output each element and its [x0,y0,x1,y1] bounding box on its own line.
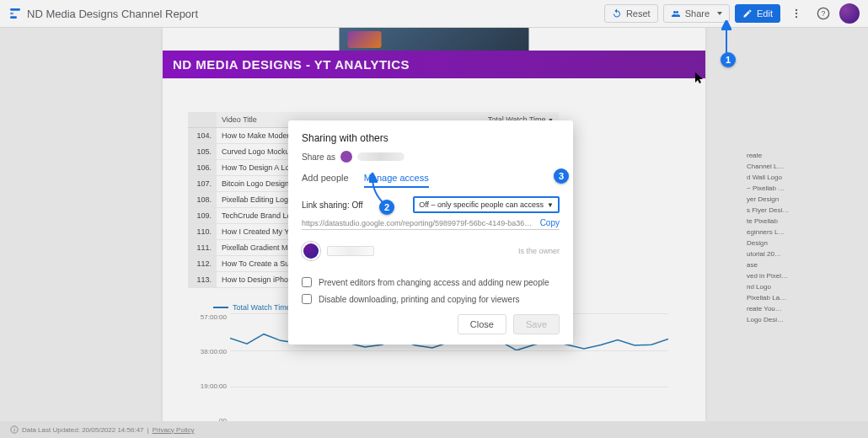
share-dialog: Sharing with others Share as Add people … [288,120,573,345]
callout-2: 2 [379,200,394,215]
more-menu-button[interactable] [785,3,807,24]
side-list-item: ~ Pixellab … [747,183,865,194]
svg-rect-2 [10,8,20,11]
side-list-item: te Pixellab [747,216,865,227]
report-title: ND Media Designs Channel Report [27,8,198,20]
callout-1: 1 [721,52,736,67]
row-index: 113. [188,272,217,288]
side-list-item: Pixellab La… [747,292,865,303]
svg-rect-0 [10,13,13,15]
side-list-item: ase [747,259,865,270]
datastudio-logo-icon [8,7,22,20]
chevron-down-icon: ▼ [547,201,554,209]
share-label: Share [685,8,710,19]
link-sharing-select[interactable]: Off – only specific people can access ▼ [413,196,560,213]
edit-button[interactable]: Edit [735,4,780,23]
edit-label: Edit [757,8,773,19]
side-list-item: reate [747,150,865,161]
header-image [340,28,529,51]
side-list-item: Channel L… [747,161,865,172]
owner-badge: Is the owner [518,247,560,255]
row-index: 109. [188,208,217,224]
opt-disable-download[interactable]: Disable downloading, printing and copyin… [302,294,560,304]
more-vert-icon [790,8,802,19]
share-as-label: Share as [302,152,335,162]
side-list-item: Design [747,238,865,248]
side-title-list: reateChannel L…d Wall Logo~ Pixellab …ye… [747,150,865,325]
share-as-row: Share as [302,151,560,163]
share-url[interactable]: https://datastudio.google.com/reporting/… [302,219,533,227]
opt-prevent-editors[interactable]: Prevent editors from changing access and… [302,277,560,287]
undo-icon [612,8,622,19]
top-bar: ND Media Designs Channel Report Reset Sh… [0,0,868,28]
share-tabs: Add people Manage access [302,173,560,188]
chevron-down-icon [717,12,722,15]
side-list-item: ved in Pixel… [747,270,865,281]
copy-link-button[interactable]: Copy [540,218,560,227]
callout-3: 3 [554,168,569,184]
col-index[interactable] [188,112,217,128]
svg-point-3 [796,9,797,11]
svg-point-5 [796,16,797,18]
svg-text:?: ? [822,9,826,18]
owner-avatar [302,242,320,260]
privacy-policy-link[interactable]: Privacy Policy [153,426,195,434]
row-index: 107. [188,176,217,192]
share-dialog-title: Sharing with others [302,132,560,144]
save-button: Save [513,314,560,334]
row-index: 104. [188,128,217,144]
side-list-item: s Flyer Desi… [747,205,865,216]
svg-rect-9 [14,428,15,429]
share-icon [671,8,681,19]
row-index: 111. [188,240,217,256]
svg-rect-1 [10,16,17,19]
reset-label: Reset [626,8,651,19]
owner-row: Is the owner [302,242,560,260]
help-icon: ? [817,7,830,20]
side-list-item: utorial 20… [747,248,865,259]
help-button[interactable]: ? [812,3,834,24]
svg-rect-8 [14,429,15,431]
opt-disable-download-checkbox[interactable] [302,294,312,304]
cursor-icon [695,72,704,84]
row-index: 112. [188,256,217,272]
svg-point-4 [796,13,797,14]
footer: Data Last Updated: 20/05/2022 14:56:47 |… [0,421,868,438]
footer-meta: Data Last Updated: 20/05/2022 14:56:47 [22,426,144,434]
side-list-item: yer Design [747,194,865,205]
tab-add-people[interactable]: Add people [302,173,349,188]
close-button[interactable]: Close [458,314,506,334]
side-list-item: d Wall Logo [747,172,865,183]
user-avatar[interactable] [839,3,860,24]
link-sharing-label: Link sharing: Off [302,200,363,210]
info-icon [10,425,19,434]
share-as-name-redacted [357,152,405,161]
row-index: 106. [188,160,217,176]
opt-prevent-editors-checkbox[interactable] [302,277,312,287]
side-list-item: eginners L… [747,227,865,238]
side-list-item: Logo Desi… [747,314,865,325]
share-as-avatar [340,151,352,163]
row-index: 105. [188,144,217,160]
row-index: 108. [188,192,217,208]
row-index: 110. [188,224,217,240]
pencil-icon [742,8,753,19]
link-sharing-value: Off – only specific people can access [419,200,544,209]
reset-button[interactable]: Reset [604,4,658,23]
report-banner: ND MEDIA DESIGNS - YT ANALYTICS [163,51,705,78]
side-list-item: reate You… [747,303,865,314]
side-list-item: nd Logo [747,281,865,292]
owner-name-redacted [327,246,374,256]
